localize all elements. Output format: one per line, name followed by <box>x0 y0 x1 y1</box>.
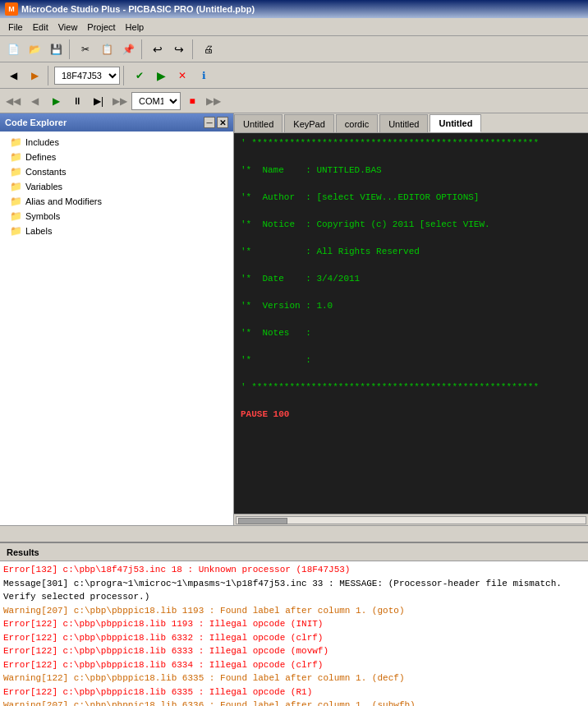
chip-prev-button[interactable]: ◀ <box>3 66 23 85</box>
tree-item[interactable]: 📁Symbols <box>3 209 230 224</box>
tab-untitled-3[interactable]: Untitled <box>379 114 428 132</box>
code-line: '* Version : 1.0 <box>241 299 581 313</box>
run-pause-button[interactable]: ⏸ <box>67 91 87 111</box>
chip-select[interactable]: 18F47J53 <box>54 67 120 85</box>
tree-item-label: Includes <box>25 137 59 147</box>
run-forward-button[interactable]: ▶▶ <box>204 91 223 111</box>
result-item: Error[122] c:\pbp\pbppic18.lib 1193 : Il… <box>3 617 585 631</box>
tree-item[interactable]: 📁Labels <box>3 224 230 238</box>
code-line: '* Notes : <box>241 326 581 340</box>
code-explorer-tree: 📁Includes📁Defines📁Constants📁Variables📁Al… <box>0 132 233 525</box>
ce-close-button[interactable]: ✕ <box>217 117 228 128</box>
code-line: ' **************************************… <box>241 381 581 395</box>
menu-help[interactable]: Help <box>121 21 149 34</box>
tree-item[interactable]: 📁Defines <box>3 150 230 164</box>
tab-keypad-1[interactable]: KeyPad <box>284 114 334 132</box>
results-title: Results <box>7 547 39 557</box>
horizontal-scrollbar-area <box>234 514 588 525</box>
sep5 <box>123 66 126 85</box>
app-icon: M <box>5 2 18 16</box>
result-item: Warning[122] c:\pbp\pbppic18.lib 6335 : … <box>3 671 585 685</box>
result-item: Error[122] c:\pbp\pbppic18.lib 6332 : Il… <box>3 631 585 645</box>
paste-button[interactable]: 📌 <box>118 39 138 59</box>
code-line: '* Author : [select VIEW...EDITOR OPTION… <box>241 191 581 205</box>
tree-item[interactable]: 📁Constants <box>3 164 230 179</box>
open-button[interactable]: 📂 <box>25 39 44 59</box>
toolbar-chip: ◀ ▶ 18F47J53 ✔ ▶ ✕ ℹ <box>0 62 588 89</box>
toolbar-run: ◀◀ ◀ ▶ ⏸ ▶| ▶▶ COM1 ■ ▶▶ <box>0 89 588 113</box>
code-line: '* Notice : Copyright (c) 2011 [select V… <box>241 218 581 232</box>
folder-icon: 📁 <box>10 181 22 192</box>
new-button[interactable]: 📄 <box>3 39 23 59</box>
run-back-button[interactable]: ◀ <box>25 91 44 111</box>
tree-item-label: Variables <box>25 182 62 191</box>
tree-item-label: Labels <box>25 226 52 236</box>
result-item: Message[301] c:\progra~1\microc~1\mpasms… <box>3 577 585 604</box>
folder-icon: 📁 <box>10 166 22 178</box>
run-prev-button[interactable]: ◀◀ <box>3 91 23 111</box>
tree-item[interactable]: 📁Includes <box>3 135 230 150</box>
result-item: Error[122] c:\pbp\pbppic18.lib 6335 : Il… <box>3 685 585 699</box>
folder-icon: 📁 <box>10 136 22 148</box>
tree-item[interactable]: 📁Variables <box>3 179 230 194</box>
save-button[interactable]: 💾 <box>46 39 66 59</box>
toolbar-file: 📄 📂 💾 ✂ 📋 📌 ↩ ↪ 🖨 <box>0 36 588 62</box>
info-button[interactable]: ℹ <box>194 66 214 85</box>
compile-run-button[interactable]: ▶ <box>151 66 171 85</box>
results-panel: Results Error[132] c:\pbp\18f47j53.inc 1… <box>0 542 588 706</box>
result-item: Error[132] c:\pbp\18f47j53.inc 18 : Unkn… <box>3 563 585 577</box>
com-select[interactable]: COM1 <box>131 92 181 110</box>
result-item: Warning[207] c:\pbp\pbppic18.lib 1193 : … <box>3 604 585 618</box>
ce-minimize-button[interactable]: ─ <box>204 117 215 128</box>
chip-next-button[interactable]: ▶ <box>25 66 44 85</box>
undo-button[interactable]: ↩ <box>148 39 168 59</box>
run-step-button[interactable]: ▶| <box>89 91 108 111</box>
main-area: Code Explorer ─ ✕ 📁Includes📁Defines📁Cons… <box>0 113 588 525</box>
run-stop-button[interactable]: ■ <box>182 91 202 111</box>
stop-button[interactable]: ✕ <box>172 66 192 85</box>
code-explorer-controls: ─ ✕ <box>204 117 228 128</box>
tree-item-label: Constants <box>25 167 67 177</box>
code-line: '* Date : 3/4/2011 <box>241 272 581 286</box>
tab-untitled-0[interactable]: Untitled <box>234 114 283 132</box>
tree-item[interactable]: 📁Alias and Modifiers <box>3 194 230 209</box>
menu-edit[interactable]: Edit <box>28 21 53 34</box>
status-bar <box>0 525 588 542</box>
code-line: '* : All Rights Reserved <box>241 245 581 259</box>
sep3 <box>192 39 195 59</box>
code-editor[interactable]: ' **************************************… <box>234 133 588 514</box>
folder-icon: 📁 <box>10 151 22 163</box>
title-bar: M MicroCode Studio Plus - PICBASIC PRO (… <box>0 0 588 18</box>
title-text: MicroCode Studio Plus - PICBASIC PRO (Un… <box>21 4 255 14</box>
horizontal-scrollbar[interactable] <box>236 516 586 524</box>
code-explorer-title: Code Explorer <box>5 118 67 127</box>
folder-icon: 📁 <box>10 225 22 237</box>
run-play-button[interactable]: ▶ <box>46 91 66 111</box>
run-stepover-button[interactable]: ▶▶ <box>110 91 130 111</box>
menu-file[interactable]: File <box>3 21 28 34</box>
folder-icon: 📁 <box>10 210 22 222</box>
results-content[interactable]: Error[132] c:\pbp\18f47j53.inc 18 : Unkn… <box>0 561 588 706</box>
redo-button[interactable]: ↪ <box>169 39 189 59</box>
tree-item-label: Alias and Modifiers <box>25 196 102 206</box>
menu-view[interactable]: View <box>53 21 83 34</box>
code-line: ' **************************************… <box>241 136 581 150</box>
cut-button[interactable]: ✂ <box>76 39 95 59</box>
menu-bar: File Edit View Project Help <box>0 18 588 36</box>
tab-bar: UntitledKeyPadcordicUntitledUntitled <box>234 113 588 133</box>
copy-button[interactable]: 📋 <box>97 39 117 59</box>
code-line: '* Name : UNTITLED.BAS <box>241 164 581 178</box>
editor-area: UntitledKeyPadcordicUntitledUntitled ' *… <box>234 113 588 525</box>
menu-project[interactable]: Project <box>82 21 120 34</box>
folder-icon: 📁 <box>10 196 22 207</box>
tab-cordic-2[interactable]: cordic <box>336 114 378 132</box>
code-line: '* : <box>241 353 581 367</box>
compile-button[interactable]: ✔ <box>130 66 149 85</box>
print-button[interactable]: 🖨 <box>199 39 218 59</box>
scrollbar-thumb[interactable] <box>238 518 287 524</box>
result-item: Error[122] c:\pbp\pbppic18.lib 6333 : Il… <box>3 644 585 658</box>
sep2 <box>141 39 145 59</box>
code-explorer-header: Code Explorer ─ ✕ <box>0 113 233 132</box>
tab-untitled-4[interactable]: Untitled <box>430 114 481 132</box>
sep4 <box>48 66 51 85</box>
